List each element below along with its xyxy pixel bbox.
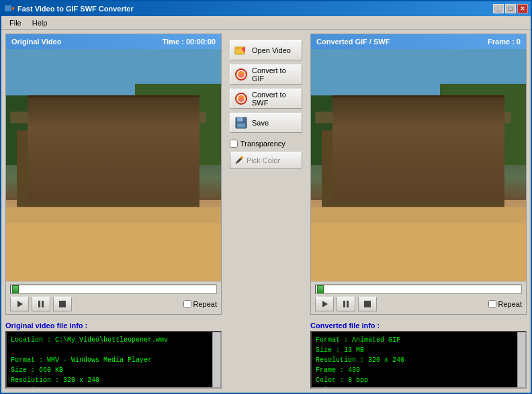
save-icon xyxy=(234,116,248,130)
svg-rect-39 xyxy=(311,224,526,282)
converted-info-section: Converted file info : Format : Animated … xyxy=(310,322,527,389)
close-button[interactable]: ✕ xyxy=(517,4,528,13)
open-video-icon xyxy=(234,44,248,57)
original-duration: Duration : 00:00:35 xyxy=(11,385,216,389)
original-repeat-checkbox[interactable] xyxy=(183,300,191,308)
original-panel-header: Original Video Time : 00:00:00 xyxy=(6,34,221,49)
svg-rect-24 xyxy=(241,117,242,121)
svg-rect-36 xyxy=(472,119,479,200)
converted-pause-icon xyxy=(343,301,349,307)
svg-rect-30 xyxy=(440,84,526,165)
stop-icon xyxy=(59,301,66,307)
svg-rect-37 xyxy=(315,111,511,123)
converted-size: Size : 13 MB xyxy=(316,345,521,355)
converted-repeat-area: Repeat xyxy=(488,300,522,308)
svg-rect-6 xyxy=(17,130,200,211)
svg-rect-29 xyxy=(311,95,375,165)
svg-rect-14 xyxy=(6,224,221,282)
converted-pause-button[interactable] xyxy=(337,297,355,311)
original-info-section: Original video file info : Location : C:… xyxy=(5,322,222,389)
pause-icon xyxy=(38,301,44,307)
svg-rect-35 xyxy=(429,119,436,200)
original-size: Size : 660 KB xyxy=(11,365,216,375)
menu-help[interactable]: Help xyxy=(27,17,53,28)
converted-video-area xyxy=(311,49,526,281)
transparency-label: Transparency xyxy=(240,140,285,148)
convert-gif-label: Convert to GIF xyxy=(252,66,298,83)
original-video-area xyxy=(6,49,221,281)
pick-color-label: Pick Color xyxy=(247,156,280,164)
original-pause-button[interactable] xyxy=(32,297,50,311)
menu-file[interactable]: File xyxy=(4,17,27,28)
svg-point-26 xyxy=(240,156,243,159)
original-info-scrollbar[interactable] xyxy=(212,332,220,387)
svg-rect-2 xyxy=(6,49,221,142)
window-title: Fast Video to GIF SWF Converter xyxy=(17,5,493,13)
converted-panel-header: Converted GIF / SWF Frame : 0 xyxy=(311,34,526,49)
svg-rect-33 xyxy=(343,119,350,200)
original-progress-thumb[interactable] xyxy=(12,285,19,293)
svg-rect-0 xyxy=(5,5,11,11)
converted-stop-icon xyxy=(364,301,371,307)
svg-rect-9 xyxy=(81,119,88,200)
minimize-button[interactable]: _ xyxy=(493,4,504,13)
info-spacer xyxy=(226,322,306,389)
converted-play-button[interactable] xyxy=(315,297,334,311)
svg-rect-5 xyxy=(135,84,221,165)
play-icon xyxy=(17,301,23,307)
converted-format: Format : Animated GIF xyxy=(316,335,521,345)
transparency-checkbox[interactable] xyxy=(230,140,238,148)
original-info-label: Original video file info : xyxy=(5,322,222,330)
open-video-button[interactable]: Open Video xyxy=(230,40,302,60)
svg-rect-11 xyxy=(167,119,174,200)
converted-playback-controls: Repeat xyxy=(315,297,522,311)
convert-gif-icon xyxy=(234,68,248,81)
original-info-box: Location : C:\My_Video\bottleopener.wmv … xyxy=(5,331,222,389)
converted-resolution: Resolution : 320 x 240 xyxy=(316,355,521,365)
pick-color-button[interactable]: Pick Color xyxy=(230,152,302,169)
original-stop-button[interactable] xyxy=(53,297,72,311)
transparency-row: Transparency xyxy=(230,140,302,148)
converted-info-label: Converted file info : xyxy=(310,322,527,330)
converted-video-panel: Converted GIF / SWF Frame : 0 xyxy=(310,34,527,315)
converted-panel-title: Converted GIF / SWF xyxy=(316,38,390,46)
svg-rect-4 xyxy=(6,95,71,165)
original-video-panel: Original Video Time : 00:00:00 xyxy=(5,34,222,315)
original-repeat-area: Repeat xyxy=(183,300,217,308)
converted-repeat-label: Repeat xyxy=(498,300,522,308)
save-button[interactable]: Save xyxy=(230,113,302,133)
original-resolution: Resolution : 320 x 240 xyxy=(11,375,216,385)
converted-palette: Palette : 256 xyxy=(316,385,521,389)
svg-rect-31 xyxy=(322,130,504,211)
converted-progress-thumb[interactable] xyxy=(317,285,324,293)
convert-swf-button[interactable]: Convert to SWF xyxy=(230,89,302,109)
original-progress-bar[interactable] xyxy=(10,285,217,294)
original-play-button[interactable] xyxy=(10,297,29,311)
converted-frame: Frame : 439 xyxy=(316,365,521,375)
main-window: Fast Video to GIF SWF Converter _ □ ✕ Fi… xyxy=(0,0,532,394)
original-format: Format : WMV - Windows Media Player xyxy=(11,355,216,365)
open-video-label: Open Video xyxy=(252,46,291,54)
converted-info-scrollbar[interactable] xyxy=(517,332,525,387)
svg-rect-8 xyxy=(38,119,45,200)
converted-video-frame xyxy=(311,49,526,281)
menu-bar: File Help xyxy=(1,16,531,30)
action-buttons-panel: Open Video Convert to GIF xyxy=(226,34,306,315)
converted-controls: Repeat xyxy=(311,281,526,314)
converted-progress-bar[interactable] xyxy=(315,285,522,294)
svg-rect-34 xyxy=(386,119,393,200)
svg-rect-12 xyxy=(10,111,206,123)
window-controls: _ □ ✕ xyxy=(493,4,528,13)
app-icon xyxy=(4,3,15,14)
title-bar: Fast Video to GIF SWF Converter _ □ ✕ xyxy=(1,1,531,16)
svg-rect-7 xyxy=(28,119,189,138)
svg-rect-25 xyxy=(237,124,245,128)
converted-play-icon xyxy=(322,301,328,307)
convert-gif-button[interactable]: Convert to GIF xyxy=(230,64,302,85)
converted-stop-button[interactable] xyxy=(358,297,377,311)
converted-repeat-checkbox[interactable] xyxy=(488,300,496,308)
svg-rect-32 xyxy=(332,119,494,138)
convert-swf-icon xyxy=(234,92,248,105)
maximize-button[interactable]: □ xyxy=(505,4,516,13)
svg-rect-28 xyxy=(311,107,526,154)
